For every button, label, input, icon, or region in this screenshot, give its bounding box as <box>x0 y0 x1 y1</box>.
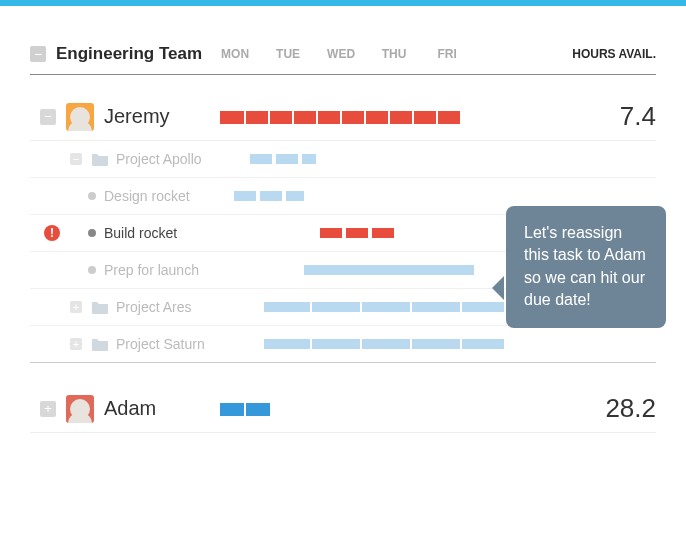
folder-icon <box>92 152 108 166</box>
task-dot-icon <box>88 192 96 200</box>
task-row-saturn[interactable]: + Project Saturn <box>30 326 656 363</box>
alert-icon[interactable]: ! <box>44 225 60 241</box>
project-collapse-saturn[interactable]: + <box>70 338 82 350</box>
task-bar-saturn[interactable] <box>250 338 500 350</box>
workload-bar-jeremy[interactable] <box>220 108 470 126</box>
day-headers: MON TUE WED THU FRI <box>220 47 572 61</box>
task-bar-design[interactable] <box>220 190 470 202</box>
task-bar-build[interactable] <box>220 227 470 239</box>
project-collapse-ares[interactable]: + <box>70 301 82 313</box>
avatar-jeremy[interactable] <box>66 103 94 131</box>
task-dot-icon <box>88 229 96 237</box>
person-name-jeremy[interactable]: Jeremy <box>104 105 216 128</box>
task-name-ares: Project Ares <box>116 299 250 315</box>
task-name-build: Build rocket <box>104 225 220 241</box>
person-row-jeremy: − Jeremy 7.4 <box>30 75 656 141</box>
task-name-prep: Prep for launch <box>104 262 220 278</box>
day-mon: MON <box>220 47 250 61</box>
person-name-adam[interactable]: Adam <box>104 397 216 420</box>
workload-bar-adam[interactable] <box>220 400 470 418</box>
reassign-tooltip: Let's reassign this task to Adam so we c… <box>506 206 666 328</box>
avatar-adam[interactable] <box>66 395 94 423</box>
task-bar-apollo[interactable] <box>250 153 500 165</box>
hours-avail-label: HOURS AVAIL. <box>572 47 656 61</box>
folder-icon <box>92 337 108 351</box>
team-name: Engineering Team <box>56 44 202 64</box>
task-name-apollo: Project Apollo <box>116 151 250 167</box>
person-row-adam: + Adam 28.2 <box>30 363 656 433</box>
tooltip-text: Let's reassign this task to Adam so we c… <box>524 224 646 308</box>
hours-adam: 28.2 <box>586 393 656 424</box>
main-panel: − Engineering Team MON TUE WED THU FRI H… <box>0 6 686 433</box>
person-collapse-jeremy[interactable]: − <box>40 109 56 125</box>
team-header: − Engineering Team MON TUE WED THU FRI H… <box>30 6 656 75</box>
day-thu: THU <box>379 47 409 61</box>
hours-jeremy: 7.4 <box>586 101 656 132</box>
day-tue: TUE <box>273 47 303 61</box>
task-bar-ares[interactable] <box>250 301 500 313</box>
day-fri: FRI <box>432 47 462 61</box>
task-name-saturn: Project Saturn <box>116 336 250 352</box>
day-wed: WED <box>326 47 356 61</box>
team-collapse-toggle[interactable]: − <box>30 46 46 62</box>
task-name-design: Design rocket <box>104 188 220 204</box>
folder-icon <box>92 300 108 314</box>
person-collapse-adam[interactable]: + <box>40 401 56 417</box>
task-bar-prep[interactable] <box>220 264 470 276</box>
task-row-apollo[interactable]: − Project Apollo <box>30 141 656 178</box>
project-collapse-apollo[interactable]: − <box>70 153 82 165</box>
task-dot-icon <box>88 266 96 274</box>
